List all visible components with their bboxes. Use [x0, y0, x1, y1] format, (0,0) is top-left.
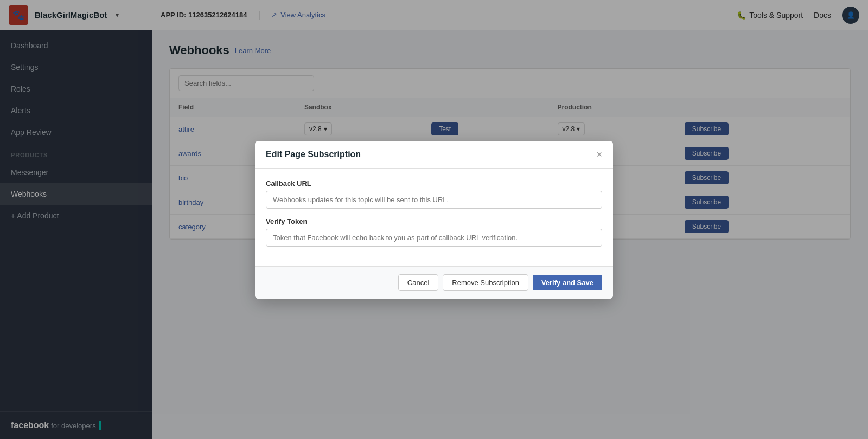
verify-token-label: Verify Token	[266, 217, 602, 225]
remove-subscription-button[interactable]: Remove Subscription	[443, 274, 528, 291]
close-button[interactable]: ×	[596, 150, 602, 159]
modal-footer: Cancel Remove Subscription Verify and Sa…	[255, 266, 613, 299]
cancel-button[interactable]: Cancel	[398, 274, 438, 291]
modal-title: Edit Page Subscription	[266, 150, 361, 159]
verify-save-button[interactable]: Verify and Save	[533, 275, 602, 290]
edit-subscription-modal: Edit Page Subscription × Callback URL Ve…	[255, 141, 613, 299]
modal-body: Callback URL Verify Token	[255, 169, 613, 266]
modal-header: Edit Page Subscription ×	[255, 141, 613, 169]
modal-overlay[interactable]: Edit Page Subscription × Callback URL Ve…	[0, 0, 868, 439]
verify-token-input[interactable]	[266, 229, 602, 247]
callback-url-input[interactable]	[266, 191, 602, 209]
callback-url-label: Callback URL	[266, 179, 602, 188]
